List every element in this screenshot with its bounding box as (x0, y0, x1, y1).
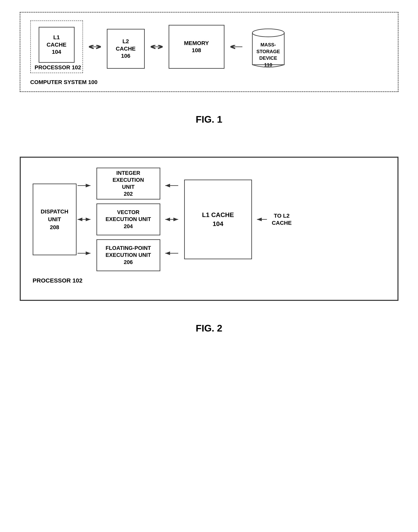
arrow-memory-storage (224, 43, 248, 51)
fig2-outer-box: DISPATCH UNIT 208 (20, 157, 398, 301)
computer-system-label: COMPUTER SYSTEM 100 (30, 79, 388, 85)
dispatch-unit-block: DISPATCH UNIT 208 (33, 184, 77, 255)
execution-units-col: INTEGER EXECUTION UNIT 202 VECTOR EXECUT… (96, 168, 160, 271)
processor-102-label: PROCESSOR 102 (33, 277, 385, 284)
fig1-container: L1 CACHE 104 PROCESSOR 102 (20, 12, 398, 92)
mass-storage-label: MASS- STORAGE DEVICE 110 (256, 41, 280, 68)
l2-cache-block: L2 CACHE 106 (107, 29, 145, 69)
dispatch-arrows-svg (77, 170, 93, 269)
bidirectional-arrow-svg-3 (228, 43, 244, 51)
fig1-caption: FIG. 1 (196, 114, 222, 125)
l1-to-l2-arrow-svg (256, 215, 268, 223)
arrow-l1-l2 (83, 43, 107, 51)
l1-cache-fig2-block: L1 CACHE 104 (184, 180, 252, 259)
svg-point-4 (252, 29, 284, 37)
fig2-row: DISPATCH UNIT 208 (33, 168, 385, 271)
fig2-caption: FIG. 2 (196, 323, 222, 334)
fig1-outer-box: L1 CACHE 104 PROCESSOR 102 (20, 12, 398, 92)
fig2-container: DISPATCH UNIT 208 (20, 157, 398, 301)
fig1-row: L1 CACHE 104 PROCESSOR 102 (30, 21, 388, 73)
bidirectional-arrow-svg (87, 43, 103, 51)
bidirectional-arrow-svg-2 (149, 43, 165, 51)
memory-block: MEMORY 108 (169, 25, 224, 69)
processor-box: L1 CACHE 104 PROCESSOR 102 (30, 21, 83, 73)
l1-cache-block: L1 CACHE 104 (39, 27, 75, 63)
dispatch-to-exec-arrows (77, 170, 93, 269)
l1-to-l2-arrow (256, 215, 268, 223)
float-execution-unit: FLOATING-POINT EXECUTION UNIT 206 (96, 239, 160, 271)
exec-to-l1-arrows-svg (164, 170, 180, 269)
mass-storage-block: MASS- STORAGE DEVICE 110 (248, 25, 288, 69)
to-l2-cache-label: TO L2 CACHE (272, 212, 292, 227)
arrow-l2-memory (145, 43, 169, 51)
processor-label: PROCESSOR 102 (35, 64, 81, 71)
vector-execution-unit: VECTOR EXECUTION UNIT 204 (96, 203, 160, 235)
integer-execution-unit: INTEGER EXECUTION UNIT 202 (96, 168, 160, 200)
exec-to-l1-arrows (164, 170, 180, 269)
